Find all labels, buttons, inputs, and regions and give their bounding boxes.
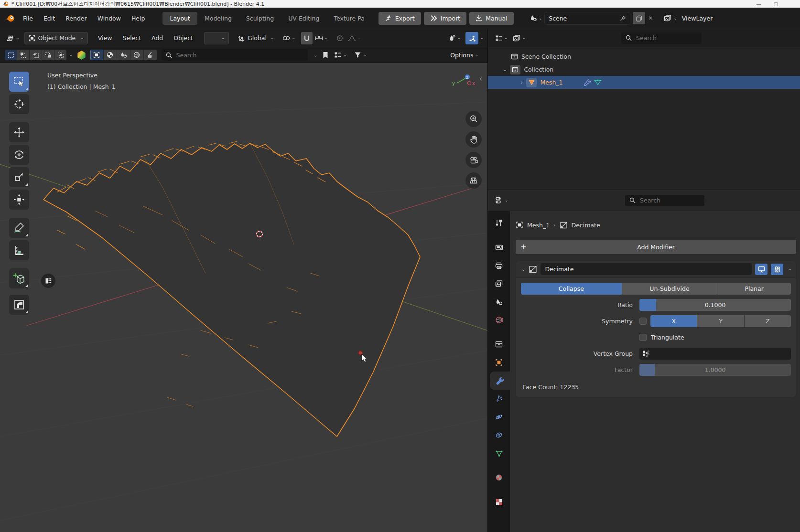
- pivot-point-dropdown[interactable]: ⌄: [280, 32, 298, 44]
- tool-rotate[interactable]: [9, 145, 29, 165]
- workspace-tab-sculpting[interactable]: Sculpting: [239, 12, 281, 25]
- mesh-data-icon[interactable]: [594, 79, 602, 86]
- triangulate-checkbox[interactable]: [639, 334, 647, 341]
- tool-add-cube[interactable]: [9, 268, 29, 288]
- mode-dropdown[interactable]: Object Mode ⌄: [24, 32, 88, 44]
- viewport-menu-select[interactable]: Select: [118, 32, 147, 43]
- object-type-visibility-dropdown[interactable]: ⌄: [446, 32, 464, 44]
- tab-modifiers[interactable]: [490, 372, 510, 390]
- tab-scene[interactable]: [488, 293, 510, 311]
- pan-hand-button[interactable]: [465, 131, 482, 148]
- orthographic-toggle-button[interactable]: [465, 172, 482, 189]
- tool-select-box[interactable]: [9, 72, 29, 92]
- show-in-render-toggle[interactable]: [771, 264, 783, 275]
- menu-file[interactable]: File: [18, 13, 38, 24]
- select-mode-extend[interactable]: [17, 50, 29, 60]
- show-gizmo-toggle[interactable]: [465, 32, 478, 44]
- scene-name-field[interactable]: Scene: [544, 12, 630, 25]
- breadcrumb-object[interactable]: Mesh_1: [527, 222, 550, 229]
- display-mode-dropdown[interactable]: ⌄: [332, 49, 349, 61]
- properties-editor-type-button[interactable]: ⌄: [493, 194, 511, 207]
- ratio-slider[interactable]: 0.1000: [639, 299, 791, 311]
- viewport-menu-object[interactable]: Object: [168, 32, 198, 43]
- asset-shelf-toggle[interactable]: [41, 274, 55, 288]
- tool-settings-dropdown[interactable]: ⌄: [204, 32, 229, 44]
- menu-help[interactable]: Help: [126, 13, 151, 24]
- modifier-extras-dropdown[interactable]: ⌄: [788, 267, 792, 271]
- filter-object-icon[interactable]: [90, 50, 103, 60]
- viewport-menu-view[interactable]: View: [93, 32, 118, 43]
- tool-header-expander[interactable]: ⌄: [69, 53, 73, 57]
- workspace-tab-texture-paint[interactable]: Texture Pa: [326, 12, 371, 25]
- tab-output[interactable]: [488, 256, 510, 275]
- tab-constraints[interactable]: [488, 426, 510, 444]
- new-scene-button[interactable]: [633, 12, 645, 24]
- matcap-ball-icon[interactable]: [76, 50, 86, 60]
- unlink-scene-button[interactable]: ✕: [648, 15, 653, 21]
- outliner-row-scene-collection[interactable]: Scene Collection: [488, 50, 800, 63]
- maximize-button[interactable]: □: [774, 1, 778, 7]
- minimize-button[interactable]: —: [757, 1, 761, 7]
- axis-x-button[interactable]: X: [650, 315, 697, 327]
- viewport-search-input[interactable]: [175, 51, 303, 59]
- select-mode-set[interactable]: [5, 50, 17, 60]
- axis-y-button[interactable]: Y: [697, 315, 744, 327]
- menu-edit[interactable]: Edit: [38, 13, 60, 24]
- view-layer-icon[interactable]: ⌄: [661, 12, 680, 24]
- zoom-button[interactable]: [465, 111, 482, 127]
- browse-scene-button[interactable]: ⌄: [527, 12, 545, 24]
- proportional-falloff-dropdown[interactable]: ⌄: [346, 32, 364, 44]
- panel-collapse-chevron[interactable]: ⌄: [521, 267, 525, 272]
- gizmo-dropdown[interactable]: ⌄: [480, 36, 484, 40]
- breadcrumb-modifier[interactable]: Decimate: [572, 222, 600, 229]
- mode-collapse-button[interactable]: Collapse: [521, 283, 622, 295]
- outliner-search-input[interactable]: [635, 34, 697, 42]
- editor-type-button[interactable]: ⌄: [4, 32, 22, 44]
- import-button[interactable]: Import: [424, 12, 467, 25]
- mode-planar-button[interactable]: Planar: [717, 283, 791, 295]
- tab-object-data[interactable]: [488, 444, 510, 462]
- tab-tool[interactable]: [488, 214, 510, 232]
- outliner-display-mode-dropdown[interactable]: ⌄: [493, 32, 510, 44]
- proportional-editing-toggle[interactable]: [334, 32, 346, 44]
- menu-window[interactable]: Window: [92, 13, 126, 24]
- tab-object[interactable]: [488, 353, 510, 372]
- modifier-name-field[interactable]: [541, 263, 752, 275]
- snap-settings-dropdown[interactable]: ⌄: [313, 32, 331, 44]
- select-mode-intersect[interactable]: [54, 50, 66, 60]
- options-dropdown[interactable]: Options ⌄: [448, 49, 481, 61]
- properties-search-input[interactable]: [639, 196, 700, 204]
- axis-z-button[interactable]: Z: [745, 315, 791, 327]
- viewport-search[interactable]: [162, 49, 308, 61]
- filter-scene-icon[interactable]: [117, 50, 130, 60]
- transform-orientation-dropdown[interactable]: Global ⌄: [236, 32, 276, 44]
- filter-dropdown[interactable]: ⌄: [352, 49, 369, 61]
- tool-measure[interactable]: [9, 240, 29, 260]
- tool-annotate[interactable]: [9, 218, 29, 238]
- tool-move[interactable]: [9, 122, 29, 142]
- collapse-chevron[interactable]: ⌄: [503, 67, 507, 72]
- tab-particles[interactable]: [488, 390, 510, 408]
- bookmark-icon[interactable]: [323, 52, 328, 59]
- tool-transform[interactable]: [9, 190, 29, 210]
- outliner-row-collection[interactable]: ⌄ Collection: [488, 63, 800, 76]
- snap-toggle[interactable]: [301, 32, 313, 44]
- show-in-viewport-toggle[interactable]: [755, 264, 768, 275]
- outliner-filter-dropdown[interactable]: ⌄: [510, 32, 529, 44]
- manual-button[interactable]: Manual: [469, 12, 513, 25]
- select-mode-invert[interactable]: [42, 50, 54, 60]
- filter-world-icon[interactable]: [130, 50, 143, 60]
- tab-render[interactable]: [488, 238, 510, 256]
- properties-search[interactable]: [625, 195, 704, 206]
- search-expander[interactable]: ⌄: [314, 53, 318, 58]
- blender-logo-icon[interactable]: [6, 14, 15, 23]
- add-modifier-button[interactable]: + Add Modifier: [516, 240, 796, 254]
- menu-render[interactable]: Render: [60, 13, 92, 24]
- tab-material[interactable]: [488, 468, 510, 487]
- camera-view-button[interactable]: [465, 152, 482, 168]
- workspace-tab-modeling[interactable]: Modeling: [197, 12, 239, 25]
- pin-icon[interactable]: [620, 15, 626, 21]
- tool-scale[interactable]: [9, 167, 29, 187]
- filter-brush-icon[interactable]: [144, 50, 157, 60]
- tool-cursor[interactable]: [9, 94, 29, 114]
